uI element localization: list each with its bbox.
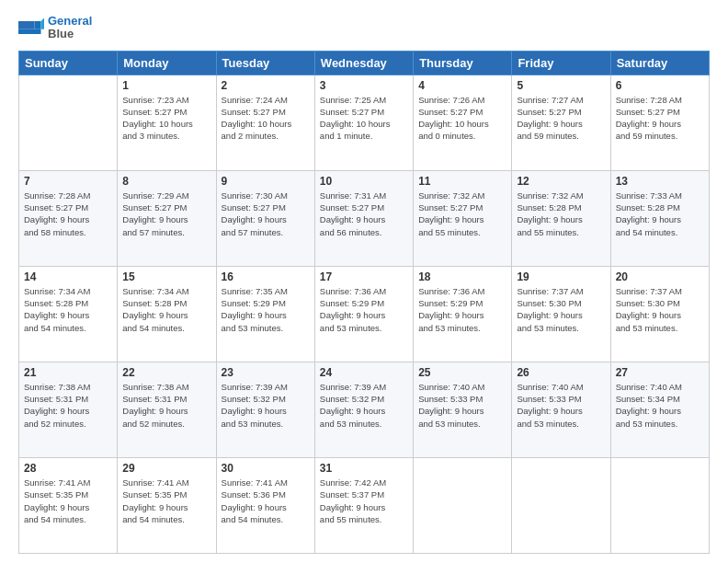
day-info: Sunrise: 7:40 AM Sunset: 5:34 PM Dayligh… bbox=[616, 381, 704, 430]
calendar-cell: 4Sunrise: 7:26 AM Sunset: 5:27 PM Daylig… bbox=[414, 75, 512, 170]
day-info: Sunrise: 7:29 AM Sunset: 5:27 PM Dayligh… bbox=[122, 190, 210, 238]
day-number: 31 bbox=[320, 462, 408, 475]
calendar-cell: 19Sunrise: 7:37 AM Sunset: 5:30 PM Dayli… bbox=[512, 266, 610, 362]
day-info: Sunrise: 7:34 AM Sunset: 5:28 PM Dayligh… bbox=[122, 285, 210, 334]
day-info: Sunrise: 7:38 AM Sunset: 5:31 PM Dayligh… bbox=[122, 381, 210, 430]
calendar-cell: 7Sunrise: 7:28 AM Sunset: 5:27 PM Daylig… bbox=[19, 170, 118, 266]
calendar-cell bbox=[512, 457, 610, 553]
calendar-cell: 30Sunrise: 7:41 AM Sunset: 5:36 PM Dayli… bbox=[216, 457, 314, 553]
calendar-cell: 1Sunrise: 7:23 AM Sunset: 5:27 PM Daylig… bbox=[118, 75, 216, 170]
calendar-table: SundayMondayTuesdayWednesdayThursdayFrid… bbox=[18, 51, 710, 554]
calendar-cell: 25Sunrise: 7:40 AM Sunset: 5:33 PM Dayli… bbox=[414, 362, 512, 457]
calendar-cell: 8Sunrise: 7:29 AM Sunset: 5:27 PM Daylig… bbox=[118, 170, 216, 266]
day-info: Sunrise: 7:31 AM Sunset: 5:27 PM Dayligh… bbox=[320, 190, 408, 238]
day-info: Sunrise: 7:42 AM Sunset: 5:37 PM Dayligh… bbox=[320, 477, 408, 525]
day-number: 1 bbox=[122, 79, 210, 92]
day-number: 22 bbox=[122, 366, 210, 379]
calendar-cell: 22Sunrise: 7:38 AM Sunset: 5:31 PM Dayli… bbox=[118, 362, 216, 457]
calendar-cell bbox=[19, 75, 118, 170]
calendar-cell: 27Sunrise: 7:40 AM Sunset: 5:34 PM Dayli… bbox=[610, 362, 709, 457]
svg-rect-4 bbox=[18, 29, 41, 34]
day-number: 4 bbox=[418, 79, 506, 92]
day-number: 18 bbox=[418, 270, 506, 283]
week-row-3: 14Sunrise: 7:34 AM Sunset: 5:28 PM Dayli… bbox=[19, 266, 710, 362]
day-number: 15 bbox=[122, 270, 210, 283]
day-info: Sunrise: 7:40 AM Sunset: 5:33 PM Dayligh… bbox=[517, 381, 605, 430]
calendar-cell: 21Sunrise: 7:38 AM Sunset: 5:31 PM Dayli… bbox=[19, 362, 118, 457]
day-number: 25 bbox=[418, 366, 506, 379]
day-header-friday: Friday bbox=[512, 51, 610, 75]
day-number: 8 bbox=[122, 175, 210, 188]
day-info: Sunrise: 7:27 AM Sunset: 5:27 PM Dayligh… bbox=[517, 94, 605, 143]
day-number: 27 bbox=[616, 366, 704, 379]
calendar-cell bbox=[610, 457, 709, 553]
day-number: 16 bbox=[222, 270, 310, 283]
day-header-tuesday: Tuesday bbox=[216, 51, 314, 75]
day-number: 17 bbox=[320, 270, 408, 283]
logo-icon bbox=[18, 15, 44, 40]
day-info: Sunrise: 7:37 AM Sunset: 5:30 PM Dayligh… bbox=[616, 285, 704, 334]
calendar-cell: 17Sunrise: 7:36 AM Sunset: 5:29 PM Dayli… bbox=[314, 266, 413, 362]
day-info: Sunrise: 7:28 AM Sunset: 5:27 PM Dayligh… bbox=[24, 190, 112, 238]
calendar-cell: 9Sunrise: 7:30 AM Sunset: 5:27 PM Daylig… bbox=[216, 170, 314, 266]
logo: General Blue bbox=[18, 15, 92, 41]
calendar-header-row: SundayMondayTuesdayWednesdayThursdayFrid… bbox=[19, 51, 710, 75]
day-number: 29 bbox=[122, 462, 210, 475]
day-info: Sunrise: 7:37 AM Sunset: 5:30 PM Dayligh… bbox=[517, 285, 605, 334]
day-info: Sunrise: 7:41 AM Sunset: 5:36 PM Dayligh… bbox=[222, 477, 310, 525]
week-row-2: 7Sunrise: 7:28 AM Sunset: 5:27 PM Daylig… bbox=[19, 170, 710, 266]
day-header-saturday: Saturday bbox=[610, 51, 709, 75]
day-number: 6 bbox=[616, 79, 704, 92]
calendar-cell: 2Sunrise: 7:24 AM Sunset: 5:27 PM Daylig… bbox=[216, 75, 314, 170]
calendar-cell: 23Sunrise: 7:39 AM Sunset: 5:32 PM Dayli… bbox=[216, 362, 314, 457]
day-header-sunday: Sunday bbox=[19, 51, 118, 75]
svg-marker-1 bbox=[35, 21, 41, 29]
day-header-wednesday: Wednesday bbox=[314, 51, 413, 75]
calendar-cell bbox=[414, 457, 512, 553]
day-info: Sunrise: 7:30 AM Sunset: 5:27 PM Dayligh… bbox=[222, 190, 310, 238]
calendar-cell: 6Sunrise: 7:28 AM Sunset: 5:27 PM Daylig… bbox=[610, 75, 709, 170]
day-number: 30 bbox=[222, 462, 310, 475]
page: General Blue SundayMondayTuesdayWednesda… bbox=[0, 0, 728, 563]
day-number: 14 bbox=[24, 270, 112, 283]
calendar-cell: 11Sunrise: 7:32 AM Sunset: 5:27 PM Dayli… bbox=[414, 170, 512, 266]
day-info: Sunrise: 7:36 AM Sunset: 5:29 PM Dayligh… bbox=[320, 285, 408, 334]
day-number: 26 bbox=[517, 366, 605, 379]
day-number: 7 bbox=[24, 175, 112, 188]
svg-rect-3 bbox=[18, 21, 35, 29]
logo-text: General Blue bbox=[48, 15, 92, 41]
calendar-cell: 13Sunrise: 7:33 AM Sunset: 5:28 PM Dayli… bbox=[610, 170, 709, 266]
day-number: 9 bbox=[222, 175, 310, 188]
day-info: Sunrise: 7:33 AM Sunset: 5:28 PM Dayligh… bbox=[616, 190, 704, 238]
calendar-cell: 20Sunrise: 7:37 AM Sunset: 5:30 PM Dayli… bbox=[610, 266, 709, 362]
day-number: 28 bbox=[24, 462, 112, 475]
day-number: 21 bbox=[24, 366, 112, 379]
day-info: Sunrise: 7:39 AM Sunset: 5:32 PM Dayligh… bbox=[222, 381, 310, 430]
day-number: 20 bbox=[616, 270, 704, 283]
day-info: Sunrise: 7:39 AM Sunset: 5:32 PM Dayligh… bbox=[320, 381, 408, 430]
header: General Blue bbox=[18, 15, 710, 41]
calendar-cell: 10Sunrise: 7:31 AM Sunset: 5:27 PM Dayli… bbox=[314, 170, 413, 266]
calendar-cell: 18Sunrise: 7:36 AM Sunset: 5:29 PM Dayli… bbox=[414, 266, 512, 362]
day-info: Sunrise: 7:32 AM Sunset: 5:27 PM Dayligh… bbox=[418, 190, 506, 238]
calendar-cell: 28Sunrise: 7:41 AM Sunset: 5:35 PM Dayli… bbox=[19, 457, 118, 553]
week-row-1: 1Sunrise: 7:23 AM Sunset: 5:27 PM Daylig… bbox=[19, 75, 710, 170]
day-number: 5 bbox=[517, 79, 605, 92]
day-info: Sunrise: 7:41 AM Sunset: 5:35 PM Dayligh… bbox=[24, 477, 112, 525]
day-number: 19 bbox=[517, 270, 605, 283]
day-number: 24 bbox=[320, 366, 408, 379]
day-info: Sunrise: 7:24 AM Sunset: 5:27 PM Dayligh… bbox=[222, 94, 310, 143]
calendar-cell: 5Sunrise: 7:27 AM Sunset: 5:27 PM Daylig… bbox=[512, 75, 610, 170]
day-info: Sunrise: 7:34 AM Sunset: 5:28 PM Dayligh… bbox=[24, 285, 112, 334]
day-info: Sunrise: 7:35 AM Sunset: 5:29 PM Dayligh… bbox=[222, 285, 310, 334]
calendar-cell: 16Sunrise: 7:35 AM Sunset: 5:29 PM Dayli… bbox=[216, 266, 314, 362]
day-header-monday: Monday bbox=[118, 51, 216, 75]
day-info: Sunrise: 7:32 AM Sunset: 5:28 PM Dayligh… bbox=[517, 190, 605, 238]
day-info: Sunrise: 7:36 AM Sunset: 5:29 PM Dayligh… bbox=[418, 285, 506, 334]
week-row-4: 21Sunrise: 7:38 AM Sunset: 5:31 PM Dayli… bbox=[19, 362, 710, 457]
day-info: Sunrise: 7:40 AM Sunset: 5:33 PM Dayligh… bbox=[418, 381, 506, 430]
day-number: 10 bbox=[320, 175, 408, 188]
day-number: 23 bbox=[222, 366, 310, 379]
day-number: 13 bbox=[616, 175, 704, 188]
day-number: 2 bbox=[222, 79, 310, 92]
